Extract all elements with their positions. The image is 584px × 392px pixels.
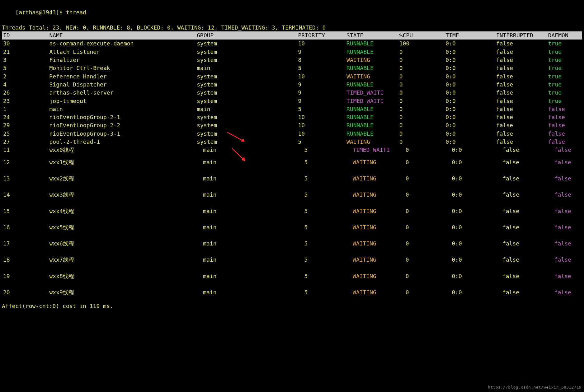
cell-group: system: [195, 89, 297, 97]
col-id: ID: [2, 31, 48, 40]
col-group: GROUP: [195, 31, 297, 40]
cell-cpu: 0: [398, 219, 444, 236]
cell-priority: 9: [297, 48, 346, 56]
shell-prompt: [arthas@1943]$: [15, 9, 66, 16]
cell-id: 14: [2, 187, 48, 203]
cell-name: wxx6线程: [48, 236, 195, 252]
col-interrupted: INTERRUPTED: [495, 31, 547, 40]
cell-time: 0:0: [444, 154, 495, 170]
table-row: 5 Monitor Ctrl-Break main 5 RUNNABLE 0 0…: [2, 64, 582, 72]
cell-name: wxx1线程: [48, 154, 195, 170]
cell-daemon: true: [547, 40, 582, 48]
cell-time: 0:0: [444, 56, 495, 64]
cell-time: 0:0: [444, 40, 495, 48]
cell-state: TIMED_WAITI: [345, 146, 398, 154]
cell-priority: 5: [297, 219, 346, 236]
cell-daemon: false: [547, 113, 582, 121]
cell-name: nioEventLoopGroup-2-2: [48, 121, 195, 129]
table-row: 30 as-command-execute-daemon system 10 R…: [2, 40, 582, 48]
cell-state: RUNNABLE: [345, 64, 398, 72]
col-cpu: %CPU: [398, 31, 444, 40]
cell-name: Attach Listener: [48, 48, 195, 56]
cell-cpu: 0: [398, 146, 444, 154]
prompt-line: [arthas@1943]$ thread: [2, 1, 582, 24]
cell-time: 0:0: [444, 187, 495, 203]
cell-id: 21: [2, 48, 48, 56]
cell-state: WAITING: [345, 203, 398, 219]
table-row: 29 nioEventLoopGroup-2-2 system 10 RUNNA…: [2, 121, 582, 129]
cell-cpu: 0: [398, 252, 444, 268]
annotation-arrow-icon: [227, 132, 249, 145]
cell-group: main: [195, 187, 297, 203]
cell-time: 0:0: [444, 236, 495, 252]
cell-time: 0:0: [444, 89, 495, 97]
cell-id: 19: [2, 268, 48, 284]
table-row: 17 wxx6线程 main 5 WAITING 0 0:0 false fal…: [2, 236, 582, 252]
cell-group: main: [195, 219, 297, 236]
cell-daemon: false: [547, 105, 582, 113]
threads-summary: Threads Total: 23, NEW: 0, RUNNABLE: 8, …: [2, 24, 582, 31]
cell-state: TIMED_WAITI: [345, 89, 398, 97]
cell-daemon: false: [547, 187, 582, 203]
cell-daemon: false: [547, 170, 582, 187]
table-header: ID NAME GROUP PRIORITY STATE %CPU TIME I…: [2, 31, 582, 40]
cell-cpu: 0: [398, 64, 444, 72]
table-row: 27 pool-2-thread-1 system 5 WAITING 0 0:…: [2, 138, 582, 146]
cell-name: wxx7线程: [48, 252, 195, 268]
cell-name: nioEventLoopGroup-3-1: [48, 130, 195, 138]
cell-interrupted: false: [495, 219, 547, 236]
cell-time: 0:0: [444, 121, 495, 129]
cell-priority: 10: [297, 121, 346, 129]
table-row: 20 wxx9线程 main 5 WAITING 0 0:0 false fal…: [2, 284, 582, 301]
cell-state: WAITING: [345, 252, 398, 268]
cell-time: 0:0: [444, 284, 495, 301]
cell-name: wxx3线程: [48, 187, 195, 203]
cell-daemon: false: [547, 138, 582, 146]
cell-daemon: false: [547, 219, 582, 236]
cell-priority: 10: [297, 130, 346, 138]
cell-interrupted: false: [495, 113, 547, 121]
cell-group: system: [195, 81, 297, 89]
cell-interrupted: false: [495, 146, 547, 154]
cell-id: 4: [2, 81, 48, 89]
cell-group: main: [195, 105, 297, 113]
cell-state: WAITING: [345, 72, 398, 81]
cell-daemon: false: [547, 236, 582, 252]
cell-state: WAITING: [345, 187, 398, 203]
cell-priority: 5: [297, 170, 346, 187]
cell-cpu: 0: [398, 138, 444, 146]
cell-name: job-timeout: [48, 97, 195, 105]
cell-cpu: 0: [398, 268, 444, 284]
cell-id: 12: [2, 154, 48, 170]
cell-cpu: 0: [398, 154, 444, 170]
table-row: 19 wxx8线程 main 5 WAITING 0 0:0 false fal…: [2, 268, 582, 284]
cell-id: 15: [2, 203, 48, 219]
cell-state: RUNNABLE: [345, 48, 398, 56]
cell-state: RUNNABLE: [345, 121, 398, 129]
cell-priority: 5: [297, 187, 346, 203]
cell-group: system: [195, 40, 297, 48]
table-row: 21 Attach Listener system 9 RUNNABLE 0 0…: [2, 48, 582, 56]
cell-name: pool-2-thread-1: [48, 138, 195, 146]
cell-priority: 10: [297, 40, 346, 48]
cell-priority: 5: [297, 203, 346, 219]
cell-interrupted: false: [495, 170, 547, 187]
cell-cpu: 0: [398, 236, 444, 252]
table-row: 25 nioEventLoopGroup-3-1 system 10 RUNNA…: [2, 130, 582, 138]
cell-id: 26: [2, 89, 48, 97]
affect-footer: Affect(row-cnt:0) cost in 119 ms.: [2, 302, 582, 310]
table-row: 2 Reference Handler system 10 WAITING 0 …: [2, 72, 582, 81]
cell-priority: 5: [297, 284, 346, 301]
cell-id: 1: [2, 105, 48, 113]
cell-group: main: [195, 284, 297, 301]
terminal-window[interactable]: [arthas@1943]$ thread Threads Total: 23,…: [0, 0, 584, 313]
cell-priority: 9: [297, 97, 346, 105]
cell-group: main: [195, 252, 297, 268]
cell-daemon: true: [547, 48, 582, 56]
cell-cpu: 0: [398, 170, 444, 187]
cell-time: 0:0: [444, 268, 495, 284]
cell-time: 0:0: [444, 113, 495, 121]
table-row: 3 Finalizer system 8 WAITING 0 0:0 false…: [2, 56, 582, 64]
cell-name: main: [48, 105, 195, 113]
cell-group: system: [195, 121, 297, 129]
